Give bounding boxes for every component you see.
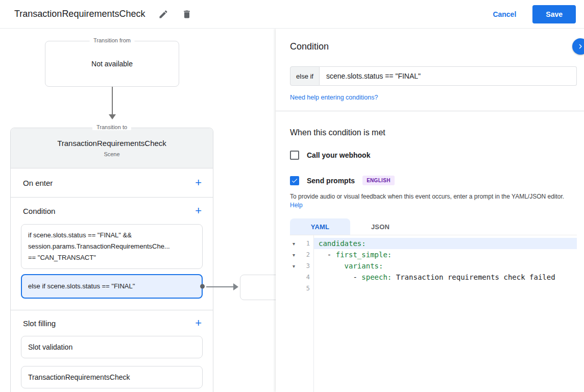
help-link[interactable]: Help bbox=[290, 202, 303, 209]
yaml-key: candidates: bbox=[319, 239, 366, 248]
transition-arrow-head bbox=[109, 114, 116, 119]
slot-filling-label: Slot filling bbox=[23, 319, 56, 328]
condition-section: Condition + if scene.slots.status == "FI… bbox=[11, 198, 213, 310]
condition-card-line: else if scene.slots.status == "FINAL" bbox=[28, 281, 196, 292]
prompt-description-text: To provide audio or visual feedback when… bbox=[290, 193, 564, 200]
yaml-text bbox=[319, 262, 345, 270]
editor-gutter: 5 bbox=[290, 283, 313, 294]
add-on-enter-button[interactable]: + bbox=[195, 177, 202, 188]
editor-tabs: YAML JSON bbox=[290, 218, 410, 235]
transition-from-label: Transition from bbox=[89, 37, 135, 43]
line-number: 2 bbox=[306, 251, 310, 258]
yaml-key: speech: bbox=[361, 273, 392, 281]
app-root: TransactionRequirementsCheck Cancel Save… bbox=[0, 0, 584, 392]
line-number: 1 bbox=[306, 240, 310, 247]
rename-button[interactable] bbox=[158, 9, 168, 19]
delete-button[interactable] bbox=[182, 9, 192, 19]
code-line[interactable] bbox=[313, 283, 577, 294]
code-line[interactable]: candidates: bbox=[313, 238, 577, 249]
when-condition-met-title: When this condition is met bbox=[290, 128, 385, 137]
condition-input-row: else if bbox=[290, 66, 577, 86]
condition-prefix: else if bbox=[290, 66, 320, 86]
add-slot-button[interactable]: + bbox=[195, 317, 202, 329]
pencil-icon bbox=[158, 9, 168, 19]
cancel-button[interactable]: Cancel bbox=[493, 10, 516, 18]
call-webhook-checkbox[interactable] bbox=[290, 151, 299, 160]
slot-card[interactable]: Slot validation bbox=[21, 336, 203, 358]
yaml-key: variants: bbox=[345, 262, 383, 270]
panel-title: Condition bbox=[290, 41, 329, 52]
editor-gutter: ▾ 3 bbox=[290, 260, 313, 272]
line-number: 3 bbox=[306, 262, 310, 270]
editor-gutter: ▾ 2 bbox=[290, 249, 313, 260]
send-prompts-checkbox[interactable] bbox=[290, 176, 299, 185]
slot-filling-header: Slot filling + bbox=[11, 310, 213, 336]
transition-arrow-line bbox=[112, 87, 113, 114]
scene-header[interactable]: TransactionRequirementsCheck Scene bbox=[11, 128, 213, 168]
add-condition-button[interactable]: + bbox=[195, 205, 202, 216]
page-title: TransactionRequirementsCheck bbox=[14, 9, 145, 19]
line-number: 4 bbox=[306, 274, 310, 281]
condition-section-header: Condition + bbox=[11, 198, 213, 224]
prompt-description: To provide audio or visual feedback when… bbox=[290, 192, 577, 210]
language-badge: ENGLISH bbox=[362, 176, 395, 185]
yaml-key: first_simple: bbox=[336, 251, 392, 259]
transition-from-content: Not available bbox=[91, 60, 133, 68]
condition-card-selected[interactable]: else if scene.slots.status == "FINAL" bbox=[21, 274, 203, 299]
tab-yaml[interactable]: YAML bbox=[290, 218, 350, 235]
chevron-right-icon bbox=[576, 42, 584, 51]
slot-card[interactable]: TransactionRequirementsCheck bbox=[21, 366, 203, 388]
tab-json[interactable]: JSON bbox=[350, 218, 410, 235]
editor-line: ▾ 3 variants: bbox=[290, 260, 577, 272]
call-webhook-label: Call your webhook bbox=[307, 151, 370, 159]
line-number: 5 bbox=[306, 285, 310, 292]
condition-section-label: Condition bbox=[23, 207, 55, 215]
panel-divider bbox=[276, 111, 584, 111]
yaml-text: Transaction requirements check failed bbox=[392, 273, 555, 281]
transition-from-box[interactable]: Transition from Not available bbox=[45, 41, 179, 87]
scene-card: Transition to TransactionRequirementsChe… bbox=[10, 128, 213, 392]
editor-gutter: ▾ 1 bbox=[290, 238, 313, 249]
condition-card-line: == "CAN_TRANSACT" bbox=[28, 252, 196, 263]
fold-icon[interactable]: ▾ bbox=[293, 263, 298, 269]
call-webhook-row: Call your webhook bbox=[290, 151, 370, 160]
trash-icon bbox=[182, 9, 192, 19]
code-line[interactable]: - speech: Transaction requirements check… bbox=[313, 272, 577, 283]
editor-gutter: 4 bbox=[290, 272, 313, 283]
condition-panel: Condition else if Need help entering con… bbox=[276, 29, 584, 392]
transition-to-label: Transition to bbox=[92, 124, 131, 130]
on-enter-row[interactable]: On enter + bbox=[11, 168, 213, 198]
on-enter-label: On enter bbox=[23, 179, 53, 187]
editor-line: ▾ 2 - first_simple: bbox=[290, 249, 577, 260]
condition-card[interactable]: if scene.slots.status == "FINAL" && sess… bbox=[21, 224, 203, 269]
slot-filling-section: Slot filling + Slot validation Transacti… bbox=[11, 310, 213, 388]
condition-input[interactable] bbox=[320, 66, 577, 86]
conditions-help-link[interactable]: Need help entering conditions? bbox=[290, 94, 378, 101]
scene-title: TransactionRequirementsCheck bbox=[11, 139, 213, 148]
scene-subtitle: Scene bbox=[11, 151, 213, 157]
fold-icon[interactable]: ▾ bbox=[293, 252, 298, 258]
editor-line: ▾ 1 candidates: bbox=[290, 238, 577, 249]
condition-card-line: session.params.TransactionRequirementsCh… bbox=[28, 241, 196, 252]
fold-icon[interactable]: ▾ bbox=[293, 241, 298, 247]
condition-connector-arrowhead bbox=[233, 283, 238, 290]
send-prompts-label: Send prompts bbox=[307, 177, 355, 185]
editor-line: 5 bbox=[290, 283, 577, 294]
editor-line: 4 - speech: Transaction requirements che… bbox=[290, 272, 577, 283]
connector-dot bbox=[200, 284, 205, 289]
yaml-text: - bbox=[319, 251, 336, 259]
save-button[interactable]: Save bbox=[532, 5, 576, 23]
check-icon bbox=[291, 177, 298, 184]
code-line[interactable]: variants: bbox=[313, 260, 577, 272]
condition-card-line: if scene.slots.status == "FINAL" && bbox=[28, 230, 196, 241]
condition-connector-line bbox=[206, 286, 235, 287]
top-bar: TransactionRequirementsCheck Cancel Save bbox=[0, 0, 584, 29]
send-prompts-row: Send prompts ENGLISH bbox=[290, 176, 395, 185]
code-line[interactable]: - first_simple: bbox=[313, 249, 577, 260]
scene-canvas: Transition from Not available Transition… bbox=[0, 29, 286, 392]
collapse-panel-button[interactable] bbox=[572, 38, 584, 55]
yaml-text: - bbox=[319, 273, 361, 281]
yaml-editor[interactable]: ▾ 1 candidates: ▾ 2 - first_simple: ▾ 3 … bbox=[290, 235, 577, 392]
